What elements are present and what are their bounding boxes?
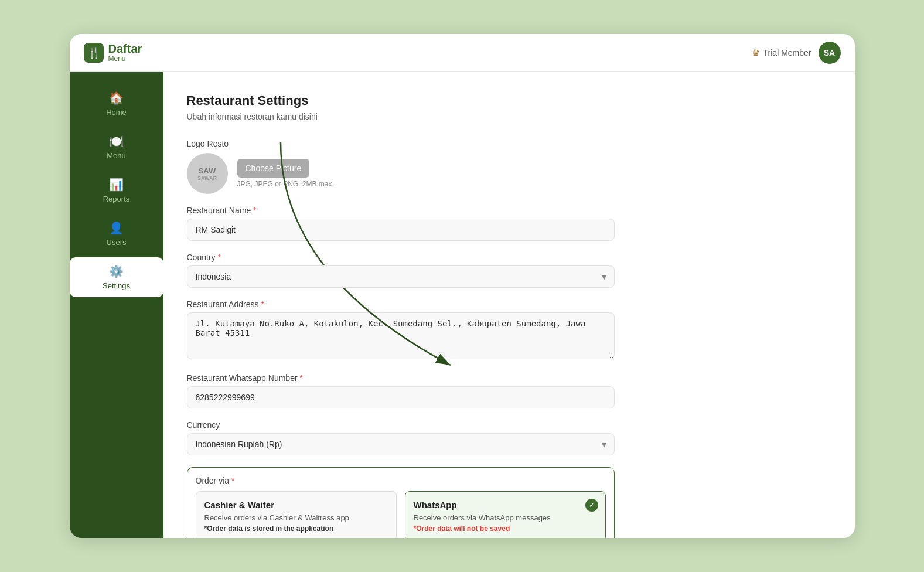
logo-icon: 🍴 — [84, 43, 104, 63]
settings-form: Logo Resto SAW SAWAR Choose Picture JPG,… — [187, 139, 615, 538]
logo-upload-row: SAW SAWAR Choose Picture JPG, JPEG or PN… — [187, 153, 615, 194]
users-icon: 👤 — [109, 221, 124, 235]
main-content: Restaurant Settings Ubah informasi resto… — [163, 72, 855, 538]
country-group: Country * Indonesia Malaysia Singapore ▾ — [187, 253, 615, 288]
whatsapp-option-desc: Receive orders via WhatsApp messages — [414, 513, 597, 522]
reports-icon: 📊 — [109, 178, 124, 192]
restaurant-name-input[interactable] — [187, 219, 615, 241]
logo-title: Daftar — [108, 42, 142, 55]
country-select-wrap: Indonesia Malaysia Singapore ▾ — [187, 265, 615, 288]
order-via-section: Order via * Cashier & Waiter Receive ord… — [187, 467, 615, 538]
required-marker-wa: * — [299, 373, 302, 383]
cashier-option-note: *Order data is stored in the application — [204, 525, 388, 533]
page-title: Restaurant Settings — [187, 93, 831, 108]
address-textarea[interactable]: Jl. Kutamaya No.Ruko A, Kotakulon, Kec. … — [187, 312, 615, 359]
address-group: Restaurant Address * Jl. Kutamaya No.Ruk… — [187, 299, 615, 362]
logo-upload-controls: Choose Picture JPG, JPEG or PNG. 2MB max… — [237, 159, 334, 188]
logo-area: 🍴 Daftar Menu — [84, 42, 142, 63]
currency-select-wrap: Indonesian Rupiah (Rp) USD SGD ▾ — [187, 433, 615, 455]
whatsapp-group: Restaurant Whatsapp Number * — [187, 373, 615, 408]
sidebar-item-users[interactable]: 👤 Users — [70, 214, 163, 254]
logo-preview-sub: SAWAR — [197, 175, 217, 181]
sidebar-label-menu: Menu — [107, 151, 126, 160]
currency-select[interactable]: Indonesian Rupiah (Rp) USD SGD — [187, 433, 615, 455]
sidebar-item-reports[interactable]: 📊 Reports — [70, 171, 163, 210]
country-label: Country * — [187, 253, 615, 262]
trial-member-badge: ♛ Trial Member — [752, 47, 812, 59]
crown-icon: ♛ — [752, 47, 760, 59]
check-badge-icon: ✓ — [585, 499, 598, 512]
order-option-cashier[interactable]: Cashier & Waiter Receive orders via Cash… — [196, 491, 397, 538]
country-select[interactable]: Indonesia Malaysia Singapore — [187, 265, 615, 288]
app-container: 🍴 Daftar Menu ♛ Trial Member SA 🏠 Home 🍽… — [70, 34, 855, 538]
logo-label: Logo Resto — [187, 139, 615, 148]
trial-member-label: Trial Member — [763, 48, 812, 57]
sidebar-item-home[interactable]: 🏠 Home — [70, 84, 163, 124]
currency-group: Currency Indonesian Rupiah (Rp) USD SGD … — [187, 420, 615, 455]
choose-picture-button[interactable]: Choose Picture — [237, 159, 310, 178]
sidebar-item-settings[interactable]: ⚙️ Settings — [70, 257, 163, 297]
logo-hint: JPG, JPEG or PNG. 2MB max. — [237, 180, 334, 188]
required-marker: * — [253, 206, 256, 215]
avatar[interactable]: SA — [819, 42, 841, 64]
address-label: Restaurant Address * — [187, 299, 615, 309]
cashier-option-title: Cashier & Waiter — [204, 500, 388, 510]
logo-preview-text: SAW — [199, 166, 216, 175]
logo-text-wrap: Daftar Menu — [108, 42, 142, 63]
sidebar-label-reports: Reports — [103, 195, 130, 203]
logo-group: Logo Resto SAW SAWAR Choose Picture JPG,… — [187, 139, 615, 194]
whatsapp-input[interactable] — [187, 386, 615, 408]
home-icon: 🏠 — [109, 91, 124, 105]
sidebar-label-settings: Settings — [103, 281, 130, 290]
logo-preview: SAW SAWAR — [187, 153, 228, 194]
currency-label: Currency — [187, 420, 615, 430]
menu-icon: 🍽️ — [109, 134, 124, 148]
order-via-label: Order via * — [196, 476, 606, 485]
sidebar-item-menu[interactable]: 🍽️ Menu — [70, 127, 163, 167]
whatsapp-option-note: *Order data will not be saved — [414, 525, 597, 533]
cashier-option-desc: Receive orders via Cashier & Waitress ap… — [204, 513, 388, 522]
whatsapp-option-title: WhatsApp — [414, 500, 597, 510]
required-marker-order: * — [231, 476, 234, 485]
required-marker-address: * — [261, 299, 264, 309]
logo-subtitle: Menu — [108, 55, 142, 63]
order-options: Cashier & Waiter Receive orders via Cash… — [196, 491, 606, 538]
header-right: ♛ Trial Member SA — [752, 42, 841, 64]
order-option-whatsapp[interactable]: ✓ WhatsApp Receive orders via WhatsApp m… — [405, 491, 606, 538]
required-marker-country: * — [217, 253, 220, 262]
header: 🍴 Daftar Menu ♛ Trial Member SA — [70, 34, 855, 72]
sidebar-label-users: Users — [107, 238, 127, 247]
sidebar-label-home: Home — [106, 108, 127, 117]
restaurant-name-label: Restaurant Name * — [187, 206, 615, 215]
body: 🏠 Home 🍽️ Menu 📊 Reports 👤 Users ⚙️ Sett… — [70, 72, 855, 538]
sidebar: 🏠 Home 🍽️ Menu 📊 Reports 👤 Users ⚙️ Sett… — [70, 72, 163, 538]
whatsapp-label: Restaurant Whatsapp Number * — [187, 373, 615, 383]
restaurant-name-group: Restaurant Name * — [187, 206, 615, 241]
page-subtitle: Ubah informasi restoran kamu disini — [187, 112, 831, 121]
settings-icon: ⚙️ — [109, 264, 124, 278]
